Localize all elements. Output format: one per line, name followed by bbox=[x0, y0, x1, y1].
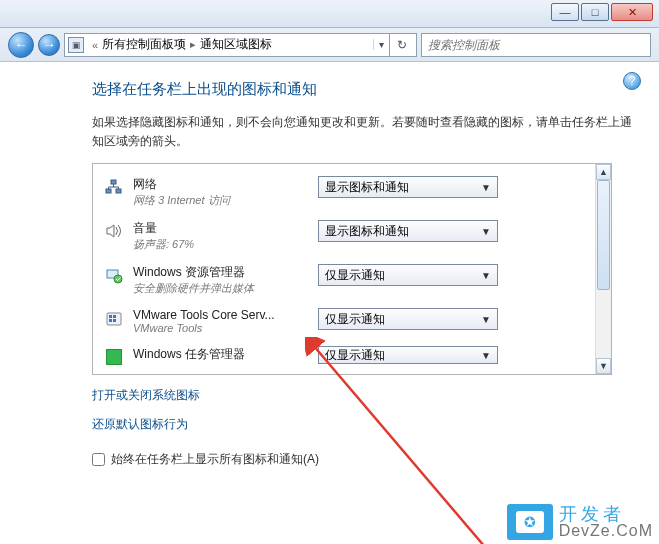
list-item: Windows 任务管理器 仅显示通知 ▼ bbox=[99, 340, 589, 368]
watermark-glyph: ✪ bbox=[516, 511, 544, 533]
link-restore-defaults[interactable]: 还原默认图标行为 bbox=[92, 416, 188, 433]
behavior-dropdown[interactable]: 仅显示通知 ▼ bbox=[318, 346, 498, 364]
behavior-dropdown[interactable]: 仅显示通知 ▼ bbox=[318, 308, 498, 330]
list-item: Windows 资源管理器 安全删除硬件并弹出媒体 仅显示通知 ▼ bbox=[99, 258, 589, 302]
navigation-row: ← → ▣ « 所有控制面板项 ▸ 通知区域图标 ▾ ↻ bbox=[0, 28, 659, 62]
breadcrumb-all-items[interactable]: 所有控制面板项 bbox=[102, 36, 186, 53]
vmware-icon bbox=[103, 308, 125, 330]
search-box[interactable] bbox=[421, 33, 651, 57]
item-subtitle: 安全删除硬件并弹出媒体 bbox=[133, 281, 318, 296]
svg-rect-2 bbox=[111, 180, 116, 184]
chevron-down-icon: ▼ bbox=[481, 350, 491, 361]
link-toggle-system-icons[interactable]: 打开或关闭系统图标 bbox=[92, 387, 200, 404]
address-bar[interactable]: ▣ « 所有控制面板项 ▸ 通知区域图标 ▾ ↻ bbox=[64, 33, 417, 57]
item-title: Windows 资源管理器 bbox=[133, 264, 318, 281]
dropdown-value: 仅显示通知 bbox=[325, 267, 385, 284]
always-show-all-checkbox[interactable] bbox=[92, 453, 105, 466]
item-subtitle: 网络 3 Internet 访问 bbox=[133, 193, 318, 208]
dropdown-value: 显示图标和通知 bbox=[325, 223, 409, 240]
minimize-button[interactable]: — bbox=[551, 3, 579, 21]
page-description: 如果选择隐藏图标和通知，则不会向您通知更改和更新。若要随时查看隐藏的图标，请单击… bbox=[92, 113, 632, 151]
chevron-down-icon: ▼ bbox=[481, 226, 491, 237]
list-item: 网络 网络 3 Internet 访问 显示图标和通知 ▼ bbox=[99, 170, 589, 214]
watermark-cn: 开发者 bbox=[559, 505, 653, 523]
search-input[interactable] bbox=[428, 38, 644, 52]
svg-rect-8 bbox=[109, 319, 112, 322]
item-title: 音量 bbox=[133, 220, 318, 237]
svg-rect-7 bbox=[113, 315, 116, 318]
svg-rect-1 bbox=[116, 189, 121, 193]
content-area: ? 选择在任务栏上出现的图标和通知 如果选择隐藏图标和通知，则不会向您通知更改和… bbox=[0, 62, 659, 544]
chevron-down-icon: ▼ bbox=[481, 182, 491, 193]
address-history-dropdown[interactable]: ▾ bbox=[373, 39, 389, 50]
dropdown-value: 仅显示通知 bbox=[325, 311, 385, 328]
list-item: VMware Tools Core Serv... VMware Tools 仅… bbox=[99, 302, 589, 340]
item-title: VMware Tools Core Serv... bbox=[133, 308, 318, 322]
chevron-down-icon: ▼ bbox=[481, 314, 491, 325]
nav-forward-button[interactable]: → bbox=[38, 34, 60, 56]
scrollbar[interactable]: ▲ ▼ bbox=[595, 164, 611, 374]
svg-rect-9 bbox=[113, 319, 116, 322]
item-title: 网络 bbox=[133, 176, 318, 193]
scroll-down-button[interactable]: ▼ bbox=[596, 358, 611, 374]
help-icon[interactable]: ? bbox=[623, 72, 641, 90]
dropdown-value: 显示图标和通知 bbox=[325, 179, 409, 196]
svg-point-4 bbox=[114, 275, 122, 283]
watermark-badge: ✪ bbox=[507, 504, 553, 540]
behavior-dropdown[interactable]: 显示图标和通知 ▼ bbox=[318, 176, 498, 198]
refresh-button[interactable]: ↻ bbox=[389, 33, 413, 57]
item-subtitle: 扬声器: 67% bbox=[133, 237, 318, 252]
list-item: 音量 扬声器: 67% 显示图标和通知 ▼ bbox=[99, 214, 589, 258]
item-title: Windows 任务管理器 bbox=[133, 346, 318, 363]
breadcrumb-overflow[interactable]: « bbox=[88, 39, 102, 51]
breadcrumb-separator: ▸ bbox=[186, 38, 200, 51]
window-titlebar: — □ ✕ bbox=[0, 0, 659, 28]
explorer-icon bbox=[103, 264, 125, 286]
item-subtitle: VMware Tools bbox=[133, 322, 318, 334]
behavior-dropdown[interactable]: 仅显示通知 ▼ bbox=[318, 264, 498, 286]
always-show-all-checkbox-row[interactable]: 始终在任务栏上显示所有图标和通知(A) bbox=[92, 451, 637, 468]
taskmgr-icon bbox=[103, 346, 125, 368]
volume-icon bbox=[103, 220, 125, 242]
page-title: 选择在任务栏上出现的图标和通知 bbox=[92, 80, 637, 99]
behavior-dropdown[interactable]: 显示图标和通知 ▼ bbox=[318, 220, 498, 242]
scroll-thumb[interactable] bbox=[597, 180, 610, 290]
checkbox-label: 始终在任务栏上显示所有图标和通知(A) bbox=[111, 451, 319, 468]
maximize-button[interactable]: □ bbox=[581, 3, 609, 21]
breadcrumb-notification-area[interactable]: 通知区域图标 bbox=[200, 36, 272, 53]
scroll-up-button[interactable]: ▲ bbox=[596, 164, 611, 180]
svg-rect-0 bbox=[106, 189, 111, 193]
watermark: ✪ 开发者 DevZe.CoM bbox=[507, 504, 653, 540]
chevron-down-icon: ▼ bbox=[481, 270, 491, 281]
notification-icons-list: 网络 网络 3 Internet 访问 显示图标和通知 ▼ 音量 扬声器: 67… bbox=[92, 163, 612, 375]
network-icon bbox=[103, 176, 125, 198]
scroll-track[interactable] bbox=[596, 180, 611, 358]
control-panel-icon: ▣ bbox=[68, 37, 84, 53]
watermark-en: DevZe.CoM bbox=[559, 523, 653, 539]
nav-back-button[interactable]: ← bbox=[8, 32, 34, 58]
close-button[interactable]: ✕ bbox=[611, 3, 653, 21]
dropdown-value: 仅显示通知 bbox=[325, 347, 385, 364]
svg-rect-6 bbox=[109, 315, 112, 318]
